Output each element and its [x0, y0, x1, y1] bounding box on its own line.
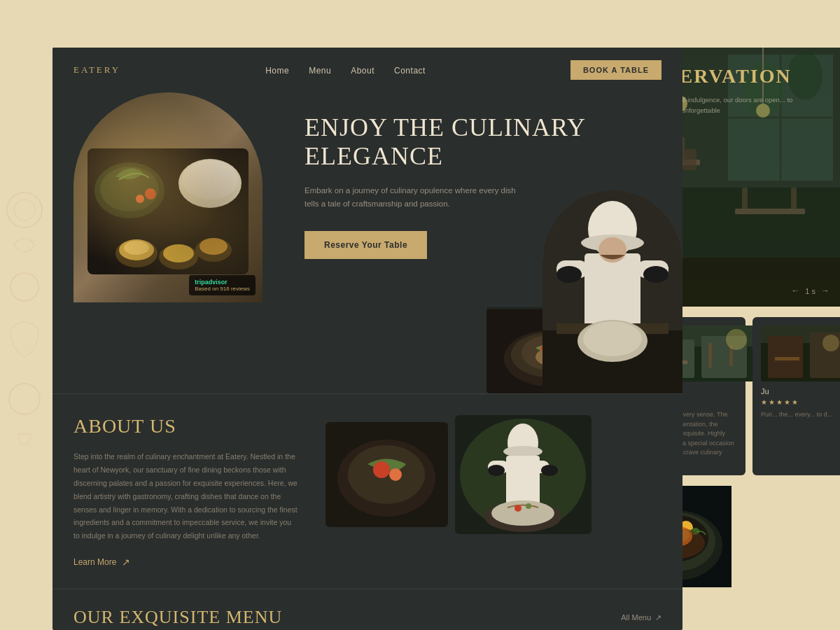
reviewer-image-2	[761, 326, 835, 382]
svg-point-109	[726, 329, 747, 350]
svg-point-1	[14, 200, 35, 220]
svg-rect-4	[88, 148, 248, 274]
svg-rect-101	[791, 188, 797, 212]
svg-point-54	[514, 505, 522, 512]
next-arrow-icon[interactable]: →	[821, 286, 830, 296]
reserve-table-button[interactable]: Reserve Your Table	[304, 231, 427, 259]
svg-point-8	[100, 167, 159, 211]
nav-home[interactable]: Home	[265, 66, 289, 76]
pagination-controls: ← 1 s →	[791, 286, 830, 296]
svg-point-2	[10, 273, 38, 301]
tripadvisor-badge: tripadvisor Based on 916 reviews	[189, 275, 255, 295]
about-title: ABOUT US	[74, 415, 298, 438]
bg-deco-left	[4, 175, 46, 455]
svg-point-17	[200, 238, 227, 255]
svg-rect-88	[682, 149, 696, 170]
chef-visual	[542, 190, 682, 393]
about-section: ABOUT US Step into the realm of culinary…	[52, 393, 682, 589]
menu-header: OUR EXQUISITE MENU All Menu ↗	[74, 607, 662, 628]
svg-point-9	[145, 188, 156, 200]
book-table-button[interactable]: BOOK A TABLE	[570, 60, 662, 80]
about-images-visual	[326, 415, 592, 534]
svg-point-14	[159, 244, 198, 270]
svg-point-33	[643, 266, 668, 283]
all-menu-link[interactable]: All Menu ↗	[621, 613, 662, 622]
svg-point-15	[163, 244, 194, 262]
nav-about[interactable]: About	[351, 66, 374, 76]
svg-point-55	[526, 503, 531, 509]
svg-point-46	[503, 446, 542, 457]
reviewer-name-2: Ju	[761, 387, 835, 396]
svg-point-32	[556, 266, 582, 283]
svg-point-16	[195, 238, 232, 262]
svg-point-10	[136, 195, 144, 203]
navbar: EATERY Home Menu About Contact BOOK A TA…	[52, 48, 682, 92]
chef-area: 5 ★ Ratings on Michelin Guide	[486, 190, 682, 393]
chef-image	[542, 190, 682, 393]
learn-more-link[interactable]: Learn More ↗	[74, 556, 298, 568]
svg-point-13	[124, 241, 149, 255]
about-text: Step into the realm of culinary enchantm…	[74, 450, 298, 542]
svg-point-12	[119, 239, 154, 260]
reviewer-photo-2	[761, 326, 840, 382]
website-main: EATERY Home Menu About Contact BOOK A TA…	[52, 48, 682, 630]
svg-point-115	[822, 335, 839, 351]
page-number: 1 s	[805, 287, 816, 295]
svg-point-5	[178, 159, 241, 208]
svg-point-3	[9, 384, 40, 414]
reviewer-stars-2: ★ ★ ★ ★ ★	[761, 398, 835, 406]
hero-food-image: tripadvisor Based on 916 reviews	[74, 92, 262, 302]
hero-section: tripadvisor Based on 916 reviews ENJOY T…	[52, 92, 682, 393]
hero-image-container: tripadvisor Based on 916 reviews	[74, 92, 276, 372]
svg-point-42	[389, 468, 402, 481]
svg-point-51	[541, 465, 558, 476]
nav-links: Home Menu About Contact	[265, 64, 426, 76]
menu-title: OUR EXQUISITE MENU	[74, 607, 282, 628]
nav-contact[interactable]: Contact	[394, 66, 426, 76]
svg-rect-107	[708, 343, 712, 368]
logo: EATERY	[74, 64, 120, 76]
svg-point-7	[94, 162, 164, 218]
about-left: ABOUT US Step into the realm of culinary…	[74, 415, 298, 568]
reviewer-text-2: Puri... the... every... to d...	[761, 410, 835, 420]
hero-title: ENJOY THE CULINARY ELEGANCE	[304, 113, 662, 172]
svg-rect-114	[775, 357, 799, 360]
prev-arrow-icon[interactable]: ←	[791, 286, 799, 296]
svg-point-11	[115, 239, 158, 267]
all-menu-arrow-icon: ↗	[655, 613, 662, 622]
food-visual	[74, 92, 262, 302]
menu-section: OUR EXQUISITE MENU All Menu ↗	[52, 589, 682, 630]
svg-point-0	[7, 192, 42, 227]
nav-menu[interactable]: Menu	[309, 66, 331, 76]
about-right-images	[326, 415, 662, 568]
review-card-2: Ju ★ ★ ★ ★ ★ Puri... the... every... to …	[752, 317, 840, 475]
svg-point-37	[583, 321, 642, 356]
svg-point-41	[373, 461, 390, 478]
svg-point-53	[491, 500, 554, 526]
learn-more-arrow-icon: ↗	[122, 556, 130, 568]
svg-point-6	[182, 160, 238, 200]
svg-point-50	[488, 465, 505, 476]
svg-rect-100	[742, 188, 748, 212]
